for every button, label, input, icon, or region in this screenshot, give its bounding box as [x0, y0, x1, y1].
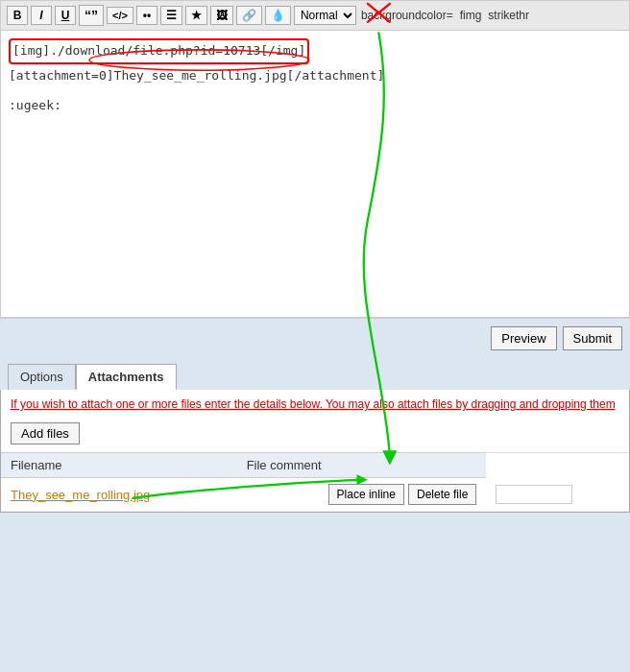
- col-filename: Filename: [1, 453, 237, 478]
- tabs-row: Options Attachments: [0, 358, 630, 390]
- italic-button[interactable]: I: [31, 6, 52, 25]
- img-tag-highlight: [img]./download/file.php?id=10713[/img]: [9, 38, 309, 64]
- file-comment-input[interactable]: [496, 485, 572, 504]
- file-name-cell: They_see_me_rolling.jpg: [1, 478, 237, 512]
- editor-line3: :ugeek:: [9, 96, 621, 116]
- attach-info: If you wish to attach one or more files …: [1, 390, 629, 419]
- editor-area[interactable]: [img]./download/file.php?id=10713[/img] …: [0, 30, 630, 318]
- preview-button[interactable]: Preview: [491, 326, 556, 350]
- file-table: Filename File comment They_see_me_rollin…: [1, 452, 629, 512]
- place-inline-button[interactable]: Place inline: [328, 484, 404, 505]
- table-row: They_see_me_rolling.jpgPlace inlineDelet…: [1, 478, 629, 512]
- col-comment: File comment: [237, 453, 487, 478]
- editor-content: [img]./download/file.php?id=10713[/img] …: [9, 38, 621, 115]
- number-list-button[interactable]: ☰: [160, 6, 182, 25]
- attachments-panel: If you wish to attach one or more files …: [0, 390, 630, 513]
- underline-button[interactable]: U: [55, 6, 76, 25]
- link-button[interactable]: 🔗: [236, 6, 262, 25]
- star-button[interactable]: ★: [185, 6, 207, 25]
- bullet-list-button[interactable]: ••: [136, 6, 158, 25]
- file-comment-cell: [486, 478, 629, 512]
- code-button[interactable]: </>: [107, 7, 133, 24]
- format-select[interactable]: Normal H1 H2: [294, 6, 356, 25]
- editor-actions: Preview Submit: [0, 318, 630, 358]
- bgcolor-label: backgroundcolor=: [359, 9, 455, 22]
- tab-attachments[interactable]: Attachments: [76, 364, 177, 390]
- submit-button[interactable]: Submit: [563, 326, 622, 350]
- quote-button[interactable]: “”: [79, 5, 104, 26]
- delete-file-button[interactable]: Delete file: [408, 484, 476, 505]
- file-buttons-cell: Place inlineDelete file: [237, 478, 487, 512]
- file-link[interactable]: They_see_me_rolling.jpg: [11, 488, 150, 502]
- editor-toolbar: B I U “” </> •• ☰ ★ 🖼 🔗 💧 Normal H1 H2 b…: [0, 0, 630, 30]
- image-button[interactable]: 🖼: [210, 6, 233, 25]
- tab-options[interactable]: Options: [8, 364, 76, 390]
- editor-line2: [attachment=0]They_see_me_rolling.jpg[/a…: [9, 66, 621, 86]
- strike-label: strikethr: [486, 9, 531, 22]
- fimg-label: fimg: [458, 9, 484, 22]
- add-files-button[interactable]: Add files: [11, 422, 80, 444]
- bold-button[interactable]: B: [7, 6, 28, 25]
- color-drop-button[interactable]: 💧: [265, 6, 291, 25]
- editor-line1: [img]./download/file.php?id=10713[/img]: [9, 38, 621, 64]
